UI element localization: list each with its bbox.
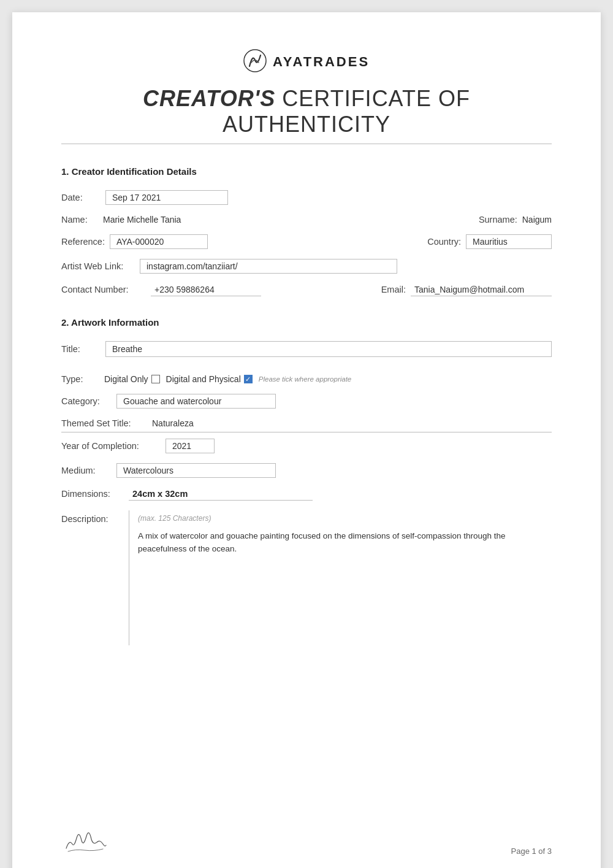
contact-group: Contact Number: +230 59886264 [61, 283, 349, 296]
weblink-value: instagram.com/tanziiart/ [140, 259, 397, 274]
dimensions-value: 24cm x 32cm [129, 488, 313, 501]
description-label: Description: [61, 510, 123, 524]
country-group: Country: Mauritius [427, 234, 552, 249]
digital-only-label: Digital Only [104, 374, 148, 384]
category-row: Category: Gouache and watercolour [61, 394, 552, 409]
type-label: Type: [61, 374, 98, 384]
category-label: Category: [61, 396, 110, 406]
category-value: Gouache and watercolour [116, 394, 276, 409]
artwork-title-label: Title: [61, 344, 98, 354]
themed-label: Themed Set Title: [61, 418, 146, 428]
description-hint: (max. 125 Characters) [138, 514, 543, 523]
email-value: Tania_Naigum@hotmail.com [411, 283, 552, 296]
page-footer: Page 1 of 3 [61, 825, 552, 856]
signature-area [61, 825, 110, 856]
artwork-title-box: Breathe [105, 341, 552, 357]
dimensions-row: Dimensions: 24cm x 32cm [61, 488, 552, 501]
digital-physical-checkbox[interactable]: ✓ [244, 375, 253, 383]
themed-row: Themed Set Title: Naturaleza [61, 418, 552, 432]
certificate-title: CREATOR'S CERTIFICATE OF AUTHENTICITY [61, 86, 552, 137]
description-text: A mix of watercolor and gouache painting… [138, 530, 543, 556]
contact-label: Contact Number: [61, 285, 146, 294]
section1: 1. Creator Identification Details Date: … [61, 166, 552, 296]
medium-label: Medium: [61, 466, 110, 475]
contact-row: Contact Number: +230 59886264 Email: Tan… [61, 283, 552, 296]
artwork-title-value: Breathe [112, 344, 545, 354]
artwork-title-row: Title: Breathe [61, 341, 552, 366]
description-box: (max. 125 Characters) A mix of watercolo… [129, 510, 552, 645]
ref-group: Reference: AYA-000020 [61, 234, 395, 249]
digital-physical-label: Digital and Physical [166, 374, 241, 384]
reference-label: Reference: [61, 237, 105, 247]
themed-value: Naturaleza [152, 418, 194, 428]
surname-group: Surname: Naigum [479, 215, 552, 225]
type-hint: Please tick where appropriate [259, 375, 352, 383]
email-group: Email: Tania_Naigum@hotmail.com [381, 283, 552, 296]
logo-icon [243, 49, 267, 75]
medium-row: Medium: Watercolours [61, 463, 552, 478]
surname-label: Surname: [479, 215, 517, 225]
page: AYATRADES CREATOR'S CERTIFICATE OF AUTHE… [12, 12, 601, 868]
year-label: Year of Completion: [61, 441, 159, 451]
name-row: Name: Marie Michelle Tania Surname: Naig… [61, 215, 552, 225]
digital-physical-group: Digital and Physical ✓ [166, 374, 253, 384]
contact-value: +230 59886264 [151, 283, 261, 296]
description-row: Description: (max. 125 Characters) A mix… [61, 510, 552, 645]
date-row: Date: Sep 17 2021 [61, 190, 552, 205]
type-row: Type: Digital Only Digital and Physical … [61, 374, 552, 384]
section1-heading: 1. Creator Identification Details [61, 166, 552, 177]
surname-value: Naigum [522, 215, 552, 225]
section2-heading: 2. Artwork Information [61, 317, 552, 328]
name-value: Marie Michelle Tania [103, 215, 181, 225]
year-row: Year of Completion: 2021 [61, 439, 552, 453]
weblink-label: Artist Web Link: [61, 261, 135, 271]
country-value: Mauritius [466, 234, 552, 249]
section2: 2. Artwork Information Title: Breathe Ty… [61, 317, 552, 645]
weblink-row: Artist Web Link: instagram.com/tanziiart… [61, 259, 552, 274]
reference-row: Reference: AYA-000020 Country: Mauritius [61, 234, 552, 249]
logo-area: AYATRADES [61, 49, 552, 75]
country-label: Country: [427, 237, 461, 247]
year-value: 2021 [166, 439, 215, 453]
email-label: Email: [381, 285, 406, 294]
logo-text: AYATRADES [273, 54, 370, 69]
digital-only-checkbox[interactable] [151, 375, 160, 383]
name-label: Name: [61, 215, 98, 225]
page-number: Page 1 of 3 [511, 847, 552, 856]
cert-title-bold: CREATOR'S [143, 86, 275, 111]
dimensions-label: Dimensions: [61, 489, 123, 499]
name-group: Name: Marie Michelle Tania [61, 215, 447, 225]
title-divider [61, 144, 552, 144]
signature-svg [63, 827, 109, 855]
reference-value: AYA-000020 [110, 234, 208, 249]
digital-only-group: Digital Only [104, 374, 160, 384]
medium-value: Watercolours [116, 463, 276, 478]
date-label: Date: [61, 193, 98, 202]
date-value: Sep 17 2021 [105, 190, 228, 205]
